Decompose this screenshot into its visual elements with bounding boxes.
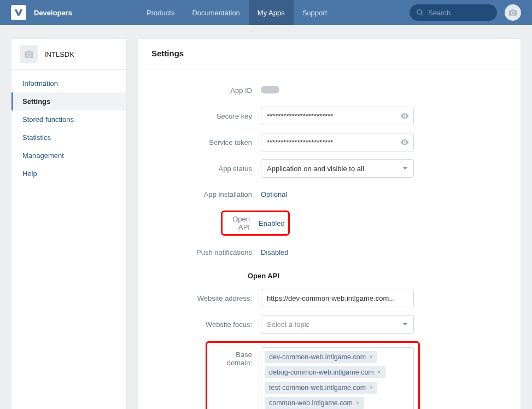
sidebar: INTLSDK Information Settings Stored func…	[11, 38, 127, 409]
domain-tag: common-web.intlgame.com×	[265, 397, 364, 409]
domain-tag: dev-common-web.intlgame.com×	[265, 351, 377, 363]
push-notifications-value[interactable]: Disabled	[261, 248, 289, 256]
remove-tag-icon[interactable]: ×	[369, 384, 373, 392]
base-domain-field[interactable]: dev-common-web.intlgame.com× debug-commo…	[261, 347, 414, 409]
sidebar-item-settings[interactable]: Settings	[11, 92, 126, 110]
app-id-value-redacted	[261, 86, 279, 94]
label-service-token: Service token	[151, 138, 261, 147]
remove-tag-icon[interactable]: ×	[369, 353, 373, 361]
row-website-address: Website address:	[151, 289, 507, 307]
row-secure-key: Secure key ************************	[151, 107, 507, 125]
app-status-select[interactable]: Application on and visible to all	[261, 159, 414, 178]
label-app-installation: App installation	[151, 190, 261, 198]
remove-tag-icon[interactable]: ×	[377, 369, 381, 376]
nav-my-apps[interactable]: My Apps	[249, 0, 294, 25]
search-box[interactable]: Search	[410, 4, 497, 21]
camera-icon	[25, 50, 33, 58]
sidebar-item-information[interactable]: Information	[11, 74, 126, 92]
label-website-focus: Website focus:	[151, 320, 261, 329]
nav-products[interactable]: Products	[138, 0, 183, 25]
base-domain-highlight: Base domain: dev-common-web.intlgame.com…	[206, 341, 420, 409]
top-nav: Developers Products Documentation My App…	[0, 0, 532, 25]
content: Settings App ID Secure key *************…	[138, 38, 521, 409]
reveal-service-token[interactable]	[400, 137, 410, 147]
label-app-status: App status	[151, 165, 261, 173]
row-push-notifications: Push notifications Disabled	[151, 243, 507, 261]
sidebar-item-statistics[interactable]: Statistics	[11, 128, 126, 147]
open-api-highlight: Open API Enabled	[221, 211, 290, 236]
eye-icon	[400, 111, 410, 121]
label-app-id: App ID	[151, 86, 261, 95]
user-avatar[interactable]	[505, 4, 521, 21]
domain-tag: debug-common-web.intlgame.com×	[265, 366, 385, 378]
app-thumb	[20, 45, 38, 63]
domain-tag: test-common-web.intlgame.com×	[265, 382, 377, 394]
sidebar-item-stored-functions[interactable]: Stored functions	[11, 110, 126, 128]
service-token-field[interactable]: ************************	[261, 133, 414, 151]
page-title: Settings	[151, 49, 507, 58]
content-header: Settings	[138, 39, 521, 68]
nav-support[interactable]: Support	[294, 0, 336, 25]
sidebar-header: INTLSDK	[11, 39, 126, 70]
reveal-secure-key[interactable]	[400, 111, 410, 121]
open-api-section-title: Open API	[151, 272, 305, 280]
app-name: INTLSDK	[44, 50, 74, 59]
website-address-input[interactable]	[261, 289, 414, 307]
remove-tag-icon[interactable]: ×	[356, 399, 360, 407]
camera-icon	[509, 9, 517, 16]
label-open-api: Open API	[226, 215, 259, 231]
search-icon	[416, 9, 424, 16]
label-secure-key: Secure key	[151, 112, 261, 120]
sidebar-item-help[interactable]: Help	[11, 165, 126, 183]
label-push-notifications: Push notifications	[151, 248, 261, 256]
row-website-focus: Website focus: Select a topic	[151, 315, 507, 334]
label-base-domain: Base domain:	[212, 347, 261, 367]
row-app-id: App ID	[151, 81, 507, 99]
nav-documentation[interactable]: Documentation	[183, 0, 248, 25]
search-placeholder: Search	[428, 9, 451, 17]
app-installation-value[interactable]: Optional	[261, 190, 287, 198]
sidebar-menu: Information Settings Stored functions St…	[11, 70, 126, 187]
open-api-value[interactable]: Enabled	[259, 219, 285, 227]
chevron-down-icon	[402, 166, 408, 171]
row-service-token: Service token ************************	[151, 133, 507, 151]
eye-icon	[400, 137, 410, 147]
row-app-installation: App installation Optional	[151, 185, 507, 203]
label-website-address: Website address:	[151, 294, 261, 302]
brand-label[interactable]: Developers	[34, 9, 72, 17]
sidebar-item-management[interactable]: Management	[11, 147, 126, 165]
secure-key-field[interactable]: ************************	[261, 107, 414, 125]
row-app-status: App status Application on and visible to…	[151, 159, 507, 178]
vk-logo[interactable]	[11, 5, 26, 20]
website-focus-select[interactable]: Select a topic	[261, 315, 414, 334]
chevron-down-icon	[402, 322, 408, 327]
